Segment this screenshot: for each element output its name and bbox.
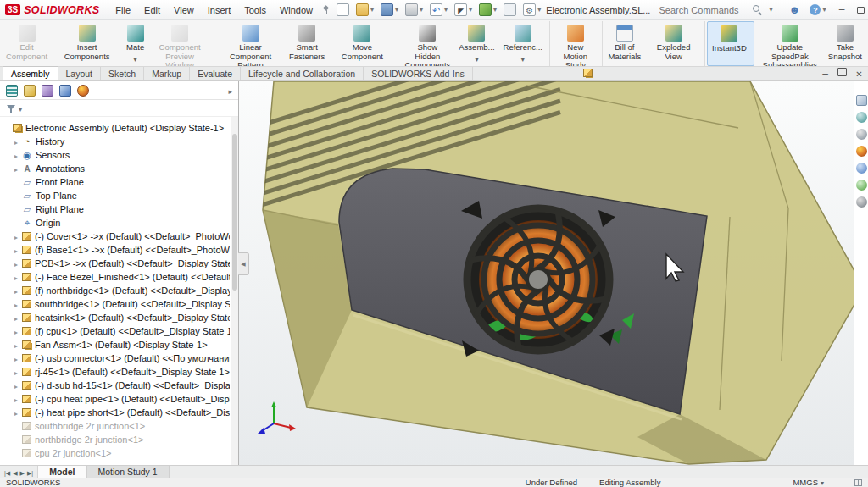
ribbon-button[interactable]: Exploded View <box>645 21 705 66</box>
tree-scrollbar[interactable] <box>231 117 238 465</box>
study-tab[interactable]: Model <box>38 466 86 478</box>
ribbon-button[interactable]: Update SpeedPak Subassemblies <box>756 21 824 66</box>
scrollbar-thumb[interactable] <box>232 134 237 291</box>
panel-tab-icon[interactable] <box>77 85 89 97</box>
panel-tab-icon[interactable] <box>42 85 53 97</box>
tree-item[interactable]: Front Plane <box>2 175 230 189</box>
tree-item[interactable]: Top Plane <box>2 189 230 202</box>
ribbon-button[interactable]: Instant3D <box>707 21 754 66</box>
ribbon-button[interactable]: New Motion Study <box>552 21 603 66</box>
quick-tool-button[interactable] <box>520 3 544 16</box>
ribbon-button[interactable]: Linear Component Pattern <box>216 21 285 66</box>
chevron-down-icon[interactable] <box>475 53 478 64</box>
chevron-down-icon[interactable] <box>444 6 448 14</box>
ribbon-button[interactable]: Move Component <box>329 21 398 66</box>
tab-scroll-arrow-icon[interactable] <box>4 467 10 477</box>
search-icon[interactable] <box>752 4 763 15</box>
tree-item[interactable]: southbridge 2r junction<1> <box>2 419 230 433</box>
tree-item[interactable]: (-) Cover<1> ->x (Default) <<Default>_Ph… <box>2 230 230 243</box>
chevron-down-icon[interactable] <box>822 6 826 14</box>
search-input[interactable] <box>659 5 748 15</box>
expand-arrow-icon[interactable] <box>14 163 22 174</box>
tree-item[interactable]: southbridge<1> (Default) <<Default>_Disp… <box>2 297 230 311</box>
tree-item[interactable]: PCB<1> ->x (Default) <<Default>_Display … <box>2 257 230 270</box>
document-title[interactable]: Electronic Assembly.SL... <box>546 5 650 15</box>
menu-item[interactable]: Insert <box>201 3 238 18</box>
chevron-down-icon[interactable] <box>537 6 541 14</box>
titlebar-icon[interactable] <box>788 4 800 16</box>
expand-arrow-icon[interactable] <box>14 326 22 336</box>
titlebar-icon[interactable] <box>835 3 848 16</box>
tree-item[interactable]: (-) usb connector<1> (Default) <<По умол… <box>2 351 230 365</box>
command-tab[interactable]: Layout <box>58 67 102 80</box>
menu-item[interactable]: File <box>108 3 137 18</box>
expand-arrow-icon[interactable] <box>14 394 22 404</box>
expand-arrow-icon[interactable] <box>14 299 22 309</box>
chevron-down-icon[interactable] <box>420 6 423 14</box>
expand-arrow-icon[interactable] <box>14 150 22 160</box>
tree-item[interactable]: (f) northbridge<1> (Default) <<Default>_… <box>2 284 230 297</box>
units-selector[interactable]: MMGS <box>793 478 824 487</box>
tree-item[interactable]: (f) Base1<1> ->x (Default) <<Default>_Ph… <box>2 243 230 257</box>
study-tab[interactable]: Motion Study 1 <box>87 466 170 478</box>
expand-arrow-icon[interactable] <box>14 340 22 350</box>
tree-item[interactable]: cpu 2r junction<1> <box>2 446 230 460</box>
tab-scroll-arrow-icon[interactable] <box>27 467 33 477</box>
expand-arrow-icon[interactable] <box>14 380 22 390</box>
ribbon-button[interactable]: Take Snapshot <box>824 21 866 66</box>
expand-arrow-icon[interactable] <box>14 231 22 241</box>
chevron-down-icon[interactable] <box>769 6 772 14</box>
chevron-down-icon[interactable] <box>469 6 472 14</box>
expand-arrow-icon[interactable] <box>14 353 22 363</box>
tree-item[interactable]: Electronic Assembly (Default) <Display S… <box>2 121 230 135</box>
expand-arrow-icon[interactable] <box>14 272 22 282</box>
command-tab[interactable]: Evaluate <box>190 67 241 80</box>
menu-item[interactable]: Edit <box>137 3 167 18</box>
doc-window-button[interactable] <box>837 68 847 76</box>
tree-item[interactable]: (f) cpu<1> (Default) <<Default>_Display … <box>2 324 230 338</box>
quick-tool-button[interactable] <box>476 3 500 16</box>
command-tab[interactable]: Lifecycle and Collaboration <box>241 67 364 80</box>
tree-filter-row[interactable] <box>0 100 238 117</box>
tab-scroll-arrow-icon[interactable] <box>20 467 25 477</box>
tree-item[interactable]: heatsink<1> (Default) <<Default>_Display… <box>2 311 230 324</box>
expand-arrow-icon[interactable] <box>14 367 22 377</box>
expand-arrow-icon[interactable] <box>14 313 22 323</box>
menu-item[interactable]: Window <box>273 3 320 18</box>
view-toolbar-icon[interactable] <box>856 146 867 157</box>
command-tab[interactable]: SOLIDWORKS Add-Ins <box>364 67 473 80</box>
quick-tool-button[interactable] <box>402 3 426 16</box>
tree-item[interactable]: northbridge 2r junction<1> <box>2 433 230 446</box>
expand-arrow-icon[interactable] <box>14 258 22 268</box>
ribbon-button[interactable]: Edit Component <box>2 21 52 66</box>
menu-item[interactable]: View <box>167 3 201 18</box>
tree-item[interactable]: (-) Face Bezel_Finished<1> (Default) <<D… <box>2 270 230 284</box>
command-tab[interactable]: Assembly <box>3 66 58 80</box>
tree-item[interactable]: (-) heat pipe short<1> (Default) <<Defau… <box>2 406 230 419</box>
doc-window-button[interactable] <box>821 68 830 76</box>
viewport-3d-model[interactable] <box>239 81 868 465</box>
quick-tool-button[interactable] <box>500 3 520 16</box>
panel-expand-arrow-icon[interactable] <box>228 86 232 96</box>
ribbon-button[interactable]: Insert Components <box>52 21 122 66</box>
expand-arrow-icon[interactable] <box>14 245 22 255</box>
view-toolbar-icon[interactable] <box>856 163 867 174</box>
view-toolbar-icon[interactable] <box>856 196 867 208</box>
expand-arrow-icon[interactable] <box>14 136 22 147</box>
tree-item[interactable]: Sensors <box>2 148 230 162</box>
ribbon-button[interactable]: Mate <box>122 21 148 66</box>
quick-tool-button[interactable] <box>377 3 402 16</box>
view-toolbar-icon[interactable] <box>856 180 867 191</box>
ribbon-button[interactable]: Show Hidden Components <box>400 21 454 66</box>
tree-item[interactable]: Right Plane <box>2 202 230 216</box>
tree-item[interactable]: Fan Assm<1> (Default) <Display State-1> <box>2 338 230 351</box>
command-tab[interactable]: Markup <box>144 67 190 80</box>
ribbon-button[interactable]: Referenc... <box>499 21 550 66</box>
menu-item[interactable]: Tools <box>237 3 273 18</box>
command-tab[interactable]: Sketch <box>101 67 144 80</box>
doc-window-button[interactable] <box>854 68 864 76</box>
chevron-down-icon[interactable] <box>19 103 22 113</box>
ribbon-button[interactable]: Smart Fasteners <box>285 21 329 66</box>
chevron-down-icon[interactable] <box>370 6 374 14</box>
view-toolbar-icon[interactable] <box>856 95 867 106</box>
